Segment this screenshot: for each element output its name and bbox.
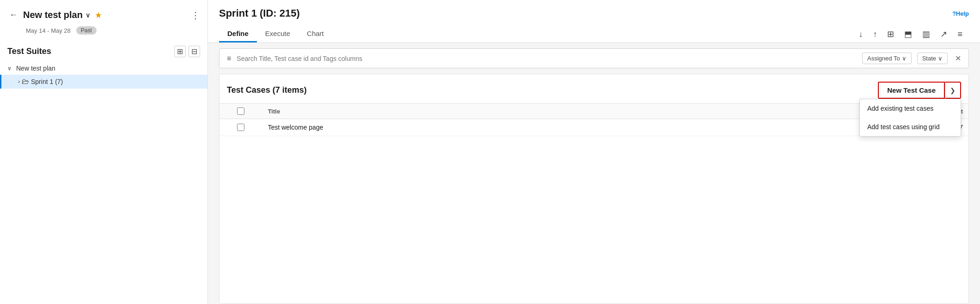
state-chevron-icon: ∨ (938, 55, 943, 62)
back-button[interactable]: ← (7, 8, 19, 22)
tabs-row: Define Execute Chart ↓ ↑ ⊞ ⬒ ▥ ↗ ≡ (219, 26, 969, 42)
row-checkbox[interactable] (237, 124, 244, 131)
select-all-checkbox[interactable] (237, 107, 244, 115)
chevron-down-icon: ∨ (85, 12, 90, 19)
new-test-case-group: New Test Case ❯ Add existing test cases … (878, 82, 961, 99)
tree-root-label: New test plan (16, 65, 55, 72)
date-range-text: May 14 - May 28 (26, 27, 71, 34)
test-cases-panel: Test Cases (7 items) New Test Case ❯ Add… (219, 74, 969, 304)
assigned-to-label: Assigned To (867, 55, 900, 62)
help-link[interactable]: ?Help (952, 10, 969, 17)
search-input[interactable] (237, 55, 857, 62)
add-suite-button[interactable]: ⊞ (174, 46, 186, 57)
tab-chart[interactable]: Chart (298, 26, 332, 42)
sidebar-date-row: May 14 - May 28 Past (0, 26, 207, 41)
tab-define[interactable]: Define (219, 26, 257, 42)
plan-title-button[interactable]: New test plan ∨ (23, 10, 90, 20)
sidebar-header: ← New test plan ∨ ★ ⋮ (0, 0, 207, 26)
test-cases-title: Test Cases (7 items) (227, 85, 307, 95)
favorite-icon[interactable]: ★ (95, 10, 102, 20)
dropdown-menu: Add existing test cases Add test cases u… (859, 99, 961, 137)
test-suites-label: Test Suites (7, 47, 51, 56)
state-label: State (922, 55, 936, 62)
folder-icon: 🗁 (22, 77, 29, 86)
add-test-cases-using-grid-item[interactable]: Add test cases using grid (860, 118, 961, 136)
table-header-title: Title (262, 104, 797, 119)
main-top: Sprint 1 (ID: 215) ?Help Define Execute … (208, 0, 980, 43)
test-cases-header: Test Cases (7 items) New Test Case ❯ Add… (219, 74, 968, 104)
dropdown-chevron-icon: ❯ (950, 87, 956, 94)
tree-root-item[interactable]: ∨ New test plan (0, 62, 207, 75)
columns-button[interactable]: ▥ (919, 27, 933, 41)
child-chevron-icon: › (18, 78, 20, 85)
more-options-button[interactable]: ⋮ (191, 10, 200, 21)
new-test-case-button[interactable]: New Test Case (878, 82, 945, 99)
root-chevron-icon: ∨ (7, 65, 12, 72)
test-cases-table: Title Order Test Test welcome page 3 127 (219, 104, 968, 136)
remove-suite-button[interactable]: ⊟ (189, 46, 200, 57)
close-icon[interactable]: ✕ (955, 54, 961, 63)
table-header-checkbox (219, 104, 262, 119)
filter-list-icon: ≡ (227, 54, 231, 63)
expand-button[interactable]: ↗ (937, 27, 950, 41)
state-dropdown[interactable]: State ∨ (917, 53, 948, 64)
upload-icon-button[interactable]: ↑ (870, 28, 880, 41)
tree-child-label: Sprint 1 (7) (31, 78, 63, 85)
assigned-to-chevron-icon: ∨ (902, 55, 907, 62)
filter-row: ≡ Assigned To ∨ State ∨ ✕ (219, 48, 969, 68)
row-checkbox-cell (219, 119, 262, 136)
sprint-title-text: Sprint 1 (ID: 215) (219, 7, 300, 19)
tab-execute[interactable]: Execute (257, 26, 298, 42)
suite-actions: ⊞ ⊟ (174, 46, 200, 57)
add-existing-test-cases-item[interactable]: Add existing test cases (860, 99, 961, 118)
toolbar-icons: ↓ ↑ ⊞ ⬒ ▥ ↗ ≡ (856, 27, 969, 41)
tree-child-item[interactable]: › 🗁 Sprint 1 (7) (0, 75, 207, 89)
assigned-to-dropdown[interactable]: Assigned To ∨ (862, 53, 912, 64)
main-content: Sprint 1 (ID: 215) ?Help Define Execute … (208, 0, 980, 304)
past-badge: Past (76, 26, 97, 35)
filter-icon-button[interactable]: ≡ (955, 28, 965, 41)
new-test-case-dropdown-button[interactable]: ❯ (945, 82, 961, 99)
row-title: Test welcome page (262, 119, 797, 136)
test-suites-header: Test Suites ⊞ ⊟ (0, 41, 207, 62)
grid-view-button[interactable]: ⊞ (884, 27, 897, 41)
plan-title-text: New test plan (23, 10, 83, 20)
table-fade (219, 285, 968, 304)
download-icon-button[interactable]: ↓ (856, 28, 865, 41)
sprint-title-row: Sprint 1 (ID: 215) ?Help (219, 7, 969, 19)
split-view-button[interactable]: ⬒ (901, 27, 915, 41)
table-row: Test welcome page 3 127 (219, 119, 968, 136)
sidebar: ← New test plan ∨ ★ ⋮ May 14 - May 28 Pa… (0, 0, 208, 304)
